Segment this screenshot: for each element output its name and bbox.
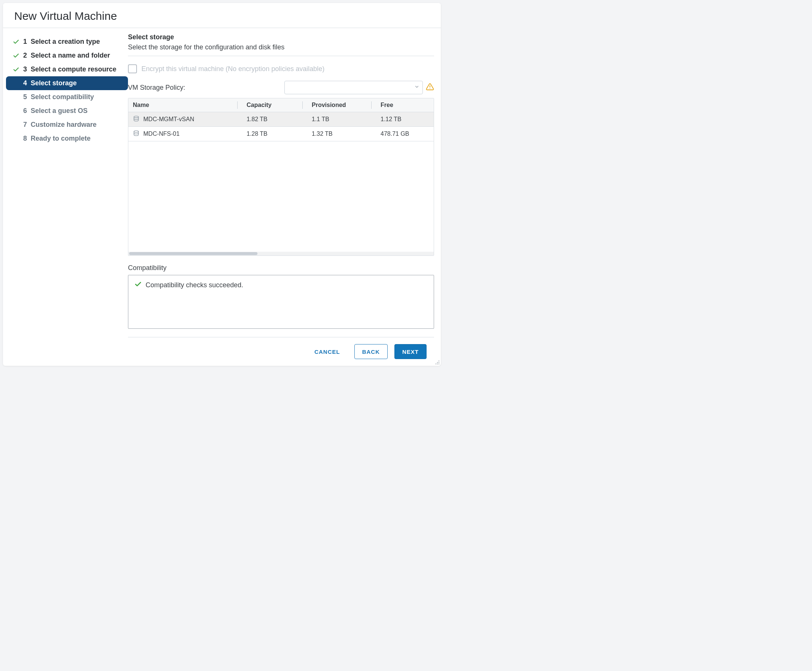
dialog-footer: CANCEL BACK NEXT [128,337,434,366]
svg-point-3 [134,131,138,133]
encrypt-row: Encrypt this virtual machine (No encrypt… [128,64,434,73]
svg-rect-7 [435,364,436,364]
datastore-icon [133,130,140,138]
svg-rect-5 [437,362,438,363]
cell-provisioned: 1.1 TB [307,113,376,126]
encrypt-label: Encrypt this virtual machine (No encrypt… [142,65,324,73]
svg-rect-4 [438,361,439,361]
step-label: Select storage [31,79,77,87]
horizontal-scrollbar[interactable] [128,252,434,255]
step-label: Select compatibility [31,93,94,101]
compatibility-box: Compatibility checks succeeded. [128,275,434,329]
check-icon [13,66,19,73]
cell-capacity: 1.28 TB [242,128,307,140]
wizard-step-5: 5 Select compatibility [6,90,128,104]
wizard-step-8: 8 Ready to complete [6,132,128,145]
step-label: Select a creation type [31,38,100,46]
dialog-title: New Virtual Machine [14,10,430,22]
wizard-step-1[interactable]: 1 Select a creation type [6,35,128,49]
new-vm-dialog: New Virtual Machine 1 Select a creation … [3,3,441,366]
step-number: 1 [23,38,27,46]
wizard-step-6: 6 Select a guest OS [6,104,128,118]
wizard-step-7: 7 Customize hardware [6,118,128,132]
storage-policy-dropdown[interactable] [284,81,423,94]
col-provisioned[interactable]: Provisioned [307,98,376,112]
col-name[interactable]: Name [128,98,242,112]
table-header: Name Capacity Provisioned Free Type [128,98,434,112]
cell-provisioned: 1.32 TB [307,128,376,140]
section-divider [128,56,434,56]
step-number: 2 [23,52,27,60]
cell-free: 1.12 TB [376,113,434,126]
svg-rect-6 [438,362,439,363]
check-icon [134,281,142,290]
next-button[interactable]: NEXT [394,344,426,359]
warning-icon [426,83,434,92]
section-title: Select storage [128,33,434,41]
check-icon [13,39,19,45]
datastore-name: MDC-NFS-01 [143,131,180,137]
policy-row: VM Storage Policy: [128,81,434,94]
step-label: Ready to complete [31,135,90,143]
dialog-body: 1 Select a creation type2 Select a name … [3,28,441,366]
step-number: 7 [23,121,27,129]
compatibility-message: Compatibility checks succeeded. [145,281,243,289]
dialog-header: New Virtual Machine [3,3,441,28]
step-label: Select a name and folder [31,52,110,60]
datastore-table: Name Capacity Provisioned Free Type MDC-… [128,98,434,256]
step-number: 4 [23,79,27,87]
svg-rect-9 [438,364,439,364]
step-label: Select a compute resource [31,65,116,73]
wizard-step-4[interactable]: 4 Select storage [6,76,128,90]
encrypt-checkbox [128,64,137,73]
table-row[interactable]: MDC-NFS-011.28 TB1.32 TB478.71 GBNFS [128,127,434,141]
col-capacity[interactable]: Capacity [242,98,307,112]
cell-free: 478.71 GB [376,128,434,140]
check-icon [13,52,19,59]
step-number: 8 [23,135,27,143]
cancel-button[interactable]: CANCEL [307,344,348,359]
step-number: 6 [23,107,27,115]
back-button[interactable]: BACK [354,344,388,359]
wizard-step-3[interactable]: 3 Select a compute resource [6,63,128,76]
svg-point-1 [430,88,430,89]
resize-grip-icon[interactable] [435,360,440,365]
table-row[interactable]: MDC-MGMT-vSAN1.82 TB1.1 TB1.12 TBVirt [128,112,434,127]
compatibility-row: Compatibility checks succeeded. [134,281,428,290]
table-body: MDC-MGMT-vSAN1.82 TB1.1 TB1.12 TBVirtMDC… [128,112,434,252]
step-number: 3 [23,65,27,73]
policy-label: VM Storage Policy: [128,84,185,92]
cell-capacity: 1.82 TB [242,113,307,126]
chevron-down-icon [414,84,420,91]
step-label: Select a guest OS [31,107,87,115]
wizard-steps: 1 Select a creation type2 Select a name … [6,32,128,366]
svg-point-2 [134,116,138,118]
section-subtitle: Select the storage for the configuration… [128,43,434,51]
datastore-name: MDC-MGMT-vSAN [143,116,194,123]
scrollbar-thumb[interactable] [129,252,258,255]
step-label: Customize hardware [31,121,97,129]
wizard-step-2[interactable]: 2 Select a name and folder [6,49,128,63]
compatibility-label: Compatibility [128,264,434,272]
datastore-icon [133,115,140,123]
col-free[interactable]: Free [376,98,434,112]
policy-right [284,81,434,94]
svg-rect-8 [437,364,438,364]
step-number: 5 [23,93,27,101]
content-area: Select storage Select the storage for th… [128,32,434,366]
